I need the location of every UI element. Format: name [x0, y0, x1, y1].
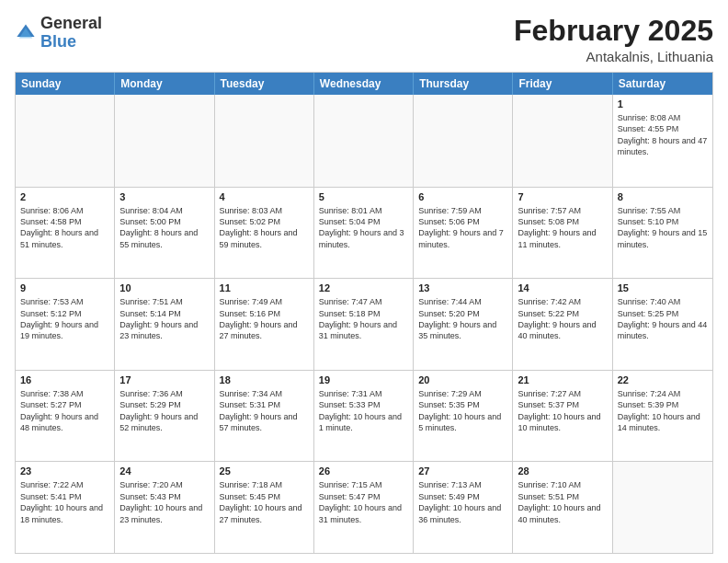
day-info: Sunrise: 7:18 AM Sunset: 5:45 PM Dayligh…: [220, 480, 302, 523]
day-number: 7: [518, 190, 607, 204]
cal-header-day: Wednesday: [314, 73, 414, 95]
table-row: [314, 95, 414, 187]
table-row: 28Sunrise: 7:10 AM Sunset: 5:51 PM Dayli…: [513, 462, 612, 553]
table-row: 22Sunrise: 7:24 AM Sunset: 5:39 PM Dayli…: [613, 371, 712, 462]
table-row: 1Sunrise: 8:08 AM Sunset: 4:55 PM Daylig…: [613, 95, 712, 187]
table-row: [215, 95, 314, 187]
page: General Blue February 2025 Antakalnis, L…: [0, 0, 728, 563]
day-info: Sunrise: 7:42 AM Sunset: 5:22 PM Dayligh…: [518, 297, 596, 340]
day-info: Sunrise: 7:57 AM Sunset: 5:08 PM Dayligh…: [518, 206, 596, 249]
table-row: 5Sunrise: 8:01 AM Sunset: 5:04 PM Daylig…: [314, 188, 414, 279]
logo: General Blue: [15, 15, 102, 52]
day-info: Sunrise: 7:22 AM Sunset: 5:41 PM Dayligh…: [20, 480, 103, 523]
calendar-row: 16Sunrise: 7:38 AM Sunset: 5:27 PM Dayli…: [16, 370, 712, 462]
table-row: 14Sunrise: 7:42 AM Sunset: 5:22 PM Dayli…: [513, 279, 612, 370]
day-number: 13: [418, 282, 507, 295]
day-info: Sunrise: 7:49 AM Sunset: 5:16 PM Dayligh…: [220, 297, 298, 340]
day-number: 27: [418, 465, 507, 478]
cal-header-day: Saturday: [613, 73, 712, 95]
table-row: 9Sunrise: 7:53 AM Sunset: 5:12 PM Daylig…: [16, 279, 115, 370]
table-row: 16Sunrise: 7:38 AM Sunset: 5:27 PM Dayli…: [16, 371, 115, 462]
day-info: Sunrise: 8:04 AM Sunset: 5:00 PM Dayligh…: [119, 206, 198, 249]
table-row: [115, 95, 214, 187]
day-number: 21: [518, 373, 607, 387]
day-info: Sunrise: 7:51 AM Sunset: 5:14 PM Dayligh…: [119, 297, 198, 340]
cal-header-day: Thursday: [414, 73, 513, 95]
calendar-row: 1Sunrise: 8:08 AM Sunset: 4:55 PM Daylig…: [16, 95, 712, 187]
cal-header-day: Sunday: [16, 73, 115, 95]
day-info: Sunrise: 7:38 AM Sunset: 5:27 PM Dayligh…: [20, 389, 98, 432]
logo-blue-text: Blue: [40, 32, 76, 51]
calendar: SundayMondayTuesdayWednesdayThursdayFrid…: [15, 72, 713, 554]
day-number: 14: [518, 282, 607, 295]
day-info: Sunrise: 7:27 AM Sunset: 5:37 PM Dayligh…: [518, 389, 600, 432]
cal-header-day: Monday: [115, 73, 214, 95]
day-info: Sunrise: 7:40 AM Sunset: 5:25 PM Dayligh…: [618, 297, 708, 340]
day-info: Sunrise: 7:34 AM Sunset: 5:31 PM Dayligh…: [220, 389, 298, 432]
logo-general-text: General: [40, 14, 102, 32]
day-info: Sunrise: 7:13 AM Sunset: 5:49 PM Dayligh…: [418, 480, 501, 523]
day-info: Sunrise: 8:03 AM Sunset: 5:02 PM Dayligh…: [220, 206, 298, 249]
day-info: Sunrise: 7:36 AM Sunset: 5:29 PM Dayligh…: [119, 389, 198, 432]
day-number: 6: [418, 190, 507, 204]
table-row: 18Sunrise: 7:34 AM Sunset: 5:31 PM Dayli…: [215, 371, 314, 462]
day-number: 16: [20, 373, 109, 387]
day-info: Sunrise: 7:10 AM Sunset: 5:51 PM Dayligh…: [518, 480, 600, 523]
table-row: [414, 95, 513, 187]
table-row: 3Sunrise: 8:04 AM Sunset: 5:00 PM Daylig…: [115, 188, 214, 279]
table-row: 13Sunrise: 7:44 AM Sunset: 5:20 PM Dayli…: [414, 279, 513, 370]
day-number: 18: [220, 373, 309, 387]
day-number: 4: [220, 190, 309, 204]
table-row: 24Sunrise: 7:20 AM Sunset: 5:43 PM Dayli…: [115, 462, 214, 553]
calendar-row: 2Sunrise: 8:06 AM Sunset: 4:58 PM Daylig…: [16, 187, 712, 279]
calendar-row: 23Sunrise: 7:22 AM Sunset: 5:41 PM Dayli…: [16, 461, 712, 553]
day-info: Sunrise: 7:47 AM Sunset: 5:18 PM Dayligh…: [319, 297, 397, 340]
month-title: February 2025: [514, 15, 713, 47]
table-row: 25Sunrise: 7:18 AM Sunset: 5:45 PM Dayli…: [215, 462, 314, 553]
day-number: 1: [618, 98, 708, 111]
day-number: 15: [618, 282, 708, 295]
day-number: 20: [418, 373, 507, 387]
table-row: 2Sunrise: 8:06 AM Sunset: 4:58 PM Daylig…: [16, 188, 115, 279]
table-row: 12Sunrise: 7:47 AM Sunset: 5:18 PM Dayli…: [314, 279, 414, 370]
day-info: Sunrise: 8:08 AM Sunset: 4:55 PM Dayligh…: [618, 113, 708, 156]
table-row: 8Sunrise: 7:55 AM Sunset: 5:10 PM Daylig…: [613, 188, 712, 279]
table-row: 10Sunrise: 7:51 AM Sunset: 5:14 PM Dayli…: [115, 279, 214, 370]
day-info: Sunrise: 7:20 AM Sunset: 5:43 PM Dayligh…: [119, 480, 202, 523]
day-number: 26: [319, 465, 408, 478]
day-info: Sunrise: 7:15 AM Sunset: 5:47 PM Dayligh…: [319, 480, 402, 523]
calendar-body: 1Sunrise: 8:08 AM Sunset: 4:55 PM Daylig…: [16, 95, 712, 553]
table-row: 20Sunrise: 7:29 AM Sunset: 5:35 PM Dayli…: [414, 371, 513, 462]
day-number: 24: [119, 465, 209, 478]
header: General Blue February 2025 Antakalnis, L…: [15, 15, 713, 64]
day-number: 11: [220, 282, 309, 295]
title-block: February 2025 Antakalnis, Lithuania: [514, 15, 713, 64]
day-number: 28: [518, 465, 607, 478]
table-row: 26Sunrise: 7:15 AM Sunset: 5:47 PM Dayli…: [314, 462, 414, 553]
table-row: [16, 95, 115, 187]
day-info: Sunrise: 8:01 AM Sunset: 5:04 PM Dayligh…: [319, 206, 404, 249]
calendar-header: SundayMondayTuesdayWednesdayThursdayFrid…: [16, 73, 712, 95]
day-info: Sunrise: 7:29 AM Sunset: 5:35 PM Dayligh…: [418, 389, 501, 432]
day-number: 17: [119, 373, 209, 387]
day-info: Sunrise: 7:24 AM Sunset: 5:39 PM Dayligh…: [618, 389, 700, 432]
table-row: 6Sunrise: 7:59 AM Sunset: 5:06 PM Daylig…: [414, 188, 513, 279]
day-number: 8: [618, 190, 708, 204]
day-number: 19: [319, 373, 408, 387]
cal-header-day: Friday: [513, 73, 612, 95]
day-number: 23: [20, 465, 109, 478]
cal-header-day: Tuesday: [215, 73, 314, 95]
day-info: Sunrise: 7:55 AM Sunset: 5:10 PM Dayligh…: [618, 206, 708, 249]
day-number: 9: [20, 282, 109, 295]
day-info: Sunrise: 8:06 AM Sunset: 4:58 PM Dayligh…: [20, 206, 98, 249]
day-number: 22: [618, 373, 708, 387]
table-row: 15Sunrise: 7:40 AM Sunset: 5:25 PM Dayli…: [613, 279, 712, 370]
table-row: 7Sunrise: 7:57 AM Sunset: 5:08 PM Daylig…: [513, 188, 612, 279]
table-row: [513, 95, 612, 187]
table-row: [613, 462, 712, 553]
location: Antakalnis, Lithuania: [514, 49, 713, 64]
calendar-row: 9Sunrise: 7:53 AM Sunset: 5:12 PM Daylig…: [16, 278, 712, 370]
table-row: 23Sunrise: 7:22 AM Sunset: 5:41 PM Dayli…: [16, 462, 115, 553]
table-row: 17Sunrise: 7:36 AM Sunset: 5:29 PM Dayli…: [115, 371, 214, 462]
day-info: Sunrise: 7:44 AM Sunset: 5:20 PM Dayligh…: [418, 297, 496, 340]
